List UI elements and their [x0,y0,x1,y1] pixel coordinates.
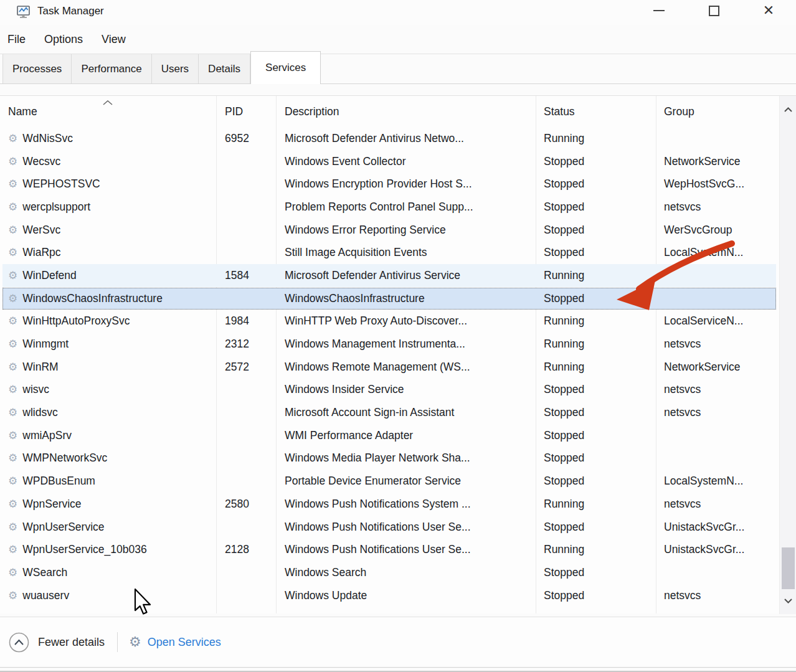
table-row[interactable]: ⚙ WpnUserService_10b036 2128 Windows Pus… [0,538,779,561]
table-row[interactable]: ⚙ WpnUserService Windows Push Notificati… [0,516,779,539]
table-row[interactable]: ⚙ wercplsupport Problem Reports Control … [0,196,779,219]
service-pid: 2580 [216,498,276,511]
service-group: netsvcs [656,406,779,419]
table-row[interactable]: ⚙ WSearch Windows Search Stopped [0,561,779,584]
column-header-description[interactable]: Description [276,105,536,118]
chevron-up-circle-icon [9,632,29,653]
table-row[interactable]: ⚙ WEPHOSTSVC Windows Encryption Provider… [0,173,779,196]
column-header-name[interactable]: Name [0,105,216,118]
service-name: WinDefend [22,269,77,282]
service-gear-icon: ⚙ [8,590,17,601]
table-row[interactable]: ⚙ Wecsvc Windows Event Collector Stopped… [0,150,779,173]
service-group: WepHostSvcG... [656,177,779,191]
service-group: UnistackSvcGr... [656,521,779,534]
service-status: Stopped [536,155,656,168]
service-description: Windows Media Player Network Sha... [276,452,536,465]
service-description: Windows Management Instrumenta... [276,338,536,351]
table-row[interactable]: ⚙ wlidsvc Microsoft Account Sign-in Assi… [0,401,779,424]
tab-performance[interactable]: Performance [72,54,151,83]
service-description: Windows Encryption Provider Host S... [276,177,536,191]
table-row[interactable]: ⚙ WdNisSvc 6952 Microsoft Defender Antiv… [0,127,779,150]
service-description: Windows Push Notifications System ... [276,498,536,511]
tab-processes[interactable]: Processes [2,54,72,83]
minimize-button[interactable] [632,0,686,21]
service-gear-icon: ⚙ [8,544,17,555]
service-group: netsvcs [656,338,779,351]
service-name: WSearch [22,566,67,579]
table-row[interactable]: ⚙ WerSvc Windows Error Reporting Service… [0,219,779,242]
service-description: Windows Push Notifications User Se... [276,521,536,534]
scroll-down-button[interactable] [780,592,796,609]
table-row[interactable]: ⚙ WinHttpAutoProxySvc 1984 WinHTTP Web P… [0,310,779,333]
service-gear-icon: ⚙ [8,362,17,372]
service-description: WindowsChaosInfrastructure [276,292,536,305]
scrollbar-thumb[interactable] [782,547,795,589]
table-row[interactable]: ⚙ WinRM 2572 Windows Remote Management (… [0,356,779,379]
table-row[interactable]: ⚙ wuauserv Windows Update Stopped netsvc… [0,584,779,607]
services-table: Name PID Description Status Group ⚙ WdNi… [0,95,796,613]
fewer-details-label: Fewer details [38,636,105,649]
table-row[interactable]: ⚙ WpnService 2580 Windows Push Notificat… [0,493,779,516]
column-header-pid[interactable]: PID [216,105,276,118]
table-row[interactable]: ⚙ Winmgmt 2312 Windows Management Instru… [0,333,779,356]
tab-users[interactable]: Users [152,54,199,83]
tab-details[interactable]: Details [199,54,250,83]
service-gear-icon: ⚙ [8,179,17,189]
task-manager-app-icon [16,4,31,22]
service-name: wuauserv [22,589,69,602]
service-group: UnistackSvcGr... [656,543,779,556]
window-title: Task Manager [37,5,104,17]
service-name: WinHttpAutoProxySvc [22,315,130,328]
table-row[interactable]: ⚙ WindowsChaosInfrastructure WindowsChao… [0,287,779,310]
tab-services[interactable]: Services [250,51,321,84]
service-gear-icon: ⚙ [8,316,17,326]
menu-item-options[interactable]: Options [35,33,92,46]
table-row[interactable]: ⚙ WiaRpc Still Image Acquisition Events … [0,241,779,264]
service-description: Windows Error Reporting Service [276,224,536,237]
service-gear-icon: ⚙ [8,339,17,349]
service-description: WMI Performance Adapter [276,429,536,442]
service-gear-icon: ⚙ [8,202,17,212]
service-gear-icon: ⚙ [8,522,17,532]
service-gear-icon: ⚙ [8,293,17,304]
table-row[interactable]: ⚙ WMPNetworkSvc Windows Media Player Net… [0,447,779,470]
menu-item-file[interactable]: File [0,33,35,46]
vertical-scrollbar[interactable] [779,96,796,614]
service-description: Microsoft Defender Antivirus Service [276,269,536,282]
service-status: Stopped [536,201,656,214]
table-row[interactable]: ⚙ wisvc Windows Insider Service Stopped … [0,379,779,402]
maximize-button[interactable] [686,0,741,21]
column-header-group[interactable]: Group [656,105,779,118]
service-gear-icon: ⚙ [8,225,17,235]
service-gear-icon: ⚙ [8,407,17,418]
service-status: Running [536,543,656,556]
table-row[interactable]: ⚙ WPDBusEnum Portable Device Enumerator … [0,470,779,493]
service-group: netsvcs [656,383,779,396]
service-name: WinRM [22,361,58,374]
table-row[interactable]: ⚙ wmiApSrv WMI Performance Adapter Stopp… [0,424,779,447]
service-pid: 2572 [216,361,276,374]
fewer-details-button[interactable]: Fewer details [9,632,105,653]
service-name: WPDBusEnum [22,475,95,488]
open-services-link[interactable]: ⚙ Open Services [129,635,221,649]
service-status: Stopped [536,383,656,396]
table-row[interactable]: ⚙ WinDefend 1584 Microsoft Defender Anti… [0,264,779,287]
menu-item-view[interactable]: View [92,33,135,46]
column-header-status[interactable]: Status [536,105,656,118]
service-name: WpnUserService_10b036 [22,543,146,556]
task-manager-window: Task Manager ✕ FileOptionsView Processes… [0,0,796,672]
service-gear-icon: ⚙ [8,476,17,486]
service-name: WMPNetworkSvc [22,452,107,465]
service-group: NetworkService [656,155,779,168]
scroll-up-button[interactable] [780,101,796,118]
service-status: Stopped [536,475,656,488]
service-description: WinHTTP Web Proxy Auto-Discover... [276,315,536,328]
service-name: wmiApSrv [22,429,72,442]
close-button[interactable]: ✕ [741,0,796,21]
service-gear-icon: ⚙ [8,499,17,509]
service-group: netsvcs [656,589,779,602]
service-status: Running [536,132,656,145]
service-group: netsvcs [656,498,779,511]
service-status: Stopped [536,566,656,579]
service-gear-icon: ⚙ [8,430,17,441]
